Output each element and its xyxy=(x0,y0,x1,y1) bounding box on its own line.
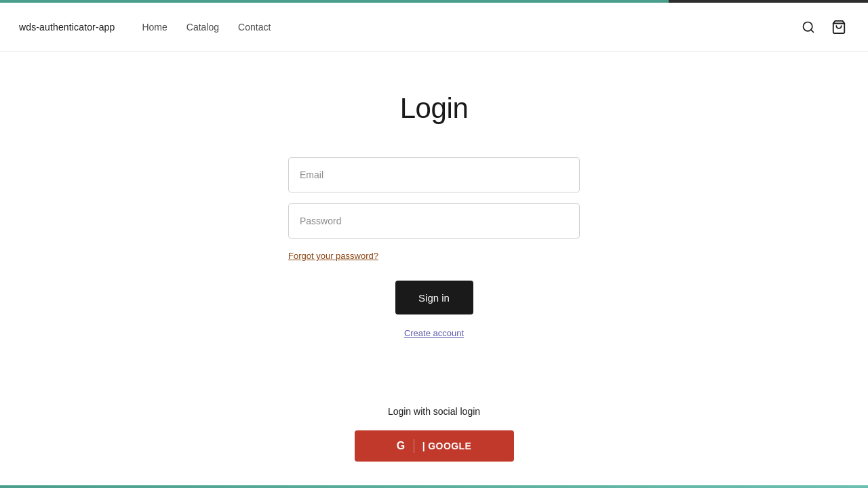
email-group xyxy=(288,157,580,192)
top-progress-bar xyxy=(0,0,868,3)
navbar-left: wds-authenticator-app Home Catalog Conta… xyxy=(19,22,271,33)
svg-line-1 xyxy=(811,29,814,32)
cart-button[interactable] xyxy=(829,17,849,37)
email-input[interactable] xyxy=(288,157,580,192)
page-title: Login xyxy=(400,92,469,125)
create-account-link[interactable]: Create account xyxy=(404,328,464,338)
forgot-password-container: Forgot your password? xyxy=(288,249,580,262)
nav-contact[interactable]: Contact xyxy=(238,22,271,33)
brand-name: wds-authenticator-app xyxy=(19,22,115,33)
login-form: Forgot your password? Sign in Create acc… xyxy=(0,157,868,392)
google-label: | GOOGLE xyxy=(422,441,472,451)
nav-catalog[interactable]: Catalog xyxy=(186,22,219,33)
navbar: wds-authenticator-app Home Catalog Conta… xyxy=(0,3,868,52)
search-button[interactable] xyxy=(799,18,818,37)
google-login-button[interactable]: G | GOOGLE xyxy=(355,430,514,462)
footer-accent-bar xyxy=(0,485,868,488)
password-group xyxy=(288,203,580,239)
forgot-password-link[interactable]: Forgot your password? xyxy=(288,251,378,261)
password-input[interactable] xyxy=(288,203,580,239)
progress-fill xyxy=(0,0,669,3)
nav-links: Home Catalog Contact xyxy=(142,22,271,33)
navbar-right xyxy=(799,17,849,37)
social-login-title: Login with social login xyxy=(388,406,480,417)
nav-home[interactable]: Home xyxy=(142,22,167,33)
search-icon xyxy=(802,20,815,34)
google-divider xyxy=(414,439,414,453)
cart-icon xyxy=(831,20,846,35)
sign-in-button[interactable]: Sign in xyxy=(395,281,473,314)
main-content: Login Forgot your password? Sign in Crea… xyxy=(0,52,868,462)
google-g-letter: G xyxy=(397,440,406,452)
social-login-section: Login with social login G | GOOGLE xyxy=(355,406,514,462)
